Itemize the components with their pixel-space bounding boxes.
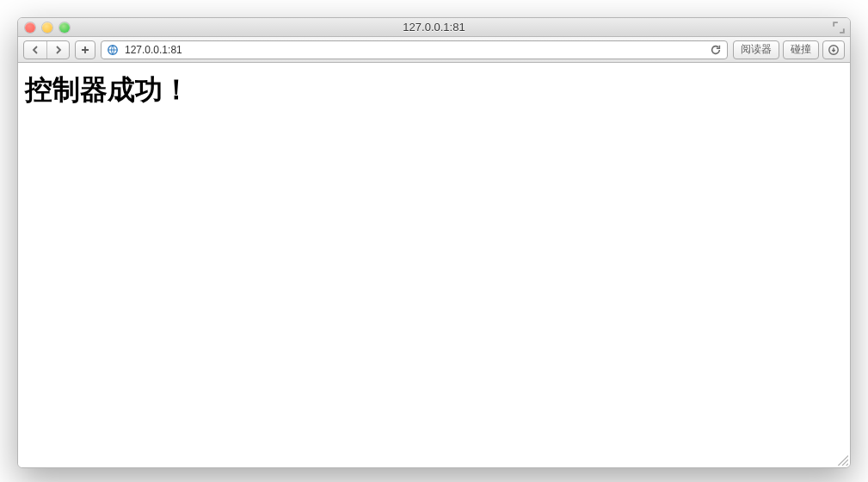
page-heading: 控制器成功！ bbox=[25, 71, 843, 109]
reader-button[interactable]: 阅读器 bbox=[733, 40, 779, 59]
toolbar-right: 阅读器 碰撞 bbox=[733, 40, 845, 59]
window-title: 127.0.0.1:81 bbox=[18, 21, 850, 34]
page-content: 控制器成功！ bbox=[18, 63, 850, 467]
reader-button-label: 阅读器 bbox=[741, 42, 772, 57]
titlebar: 127.0.0.1:81 bbox=[18, 18, 850, 37]
resize-grip[interactable] bbox=[836, 454, 848, 466]
share-button[interactable]: 碰撞 bbox=[783, 40, 819, 59]
url-input[interactable] bbox=[121, 44, 705, 56]
close-window-button[interactable] bbox=[25, 22, 35, 33]
back-button[interactable] bbox=[24, 41, 46, 59]
browser-window: 127.0.0.1:81 bbox=[17, 17, 851, 468]
nav-buttons bbox=[23, 40, 70, 59]
site-favicon-icon bbox=[104, 41, 121, 59]
add-bookmark-group bbox=[75, 40, 95, 59]
address-bar bbox=[101, 40, 728, 59]
fullscreen-button[interactable] bbox=[833, 22, 845, 34]
add-bookmark-button[interactable] bbox=[76, 41, 95, 59]
share-button-label: 碰撞 bbox=[791, 42, 811, 57]
forward-button[interactable] bbox=[46, 41, 69, 59]
downloads-button[interactable] bbox=[822, 40, 845, 59]
toolbar: 阅读器 碰撞 bbox=[18, 37, 850, 63]
window-controls bbox=[18, 22, 70, 33]
reload-button[interactable] bbox=[705, 40, 727, 59]
minimize-window-button[interactable] bbox=[42, 22, 52, 33]
zoom-window-button[interactable] bbox=[59, 22, 70, 33]
